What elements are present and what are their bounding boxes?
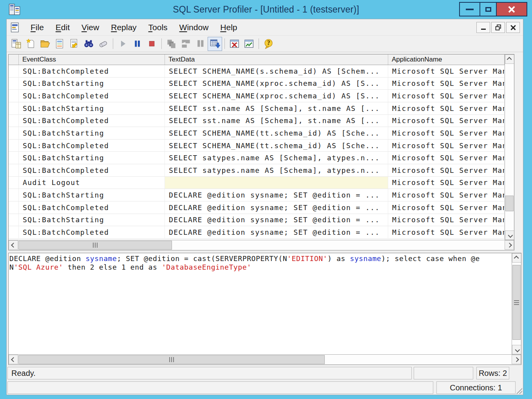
textdata-cell: SELECT SCHEMA_NAME(s.schema_id) AS [Sche… (165, 65, 388, 77)
menu-edit[interactable]: Edit (50, 21, 76, 34)
maximize-button[interactable] (480, 2, 497, 16)
table-row[interactable]: SQL:BatchCompleted SELECT SCHEMA_NAME(xp… (9, 90, 505, 102)
trace-properties-button[interactable] (67, 37, 81, 51)
minimize-button[interactable] (459, 2, 480, 16)
menu-tools[interactable]: Tools (143, 21, 174, 34)
clear-trace-button[interactable] (96, 37, 110, 51)
sql-segment: sysname (85, 254, 117, 263)
menu-window[interactable]: Window (174, 21, 215, 34)
grid-scroll-right-button[interactable] (505, 240, 514, 250)
grid-scroll-up-button[interactable] (505, 54, 514, 64)
mdi-minimize-button[interactable] (476, 22, 490, 33)
titlebar[interactable]: SQL Server Profiler - [Untitled - 1 (tes… (0, 0, 532, 19)
chevron-up-icon (507, 57, 512, 62)
grid-vscroll-thumb[interactable] (505, 196, 514, 211)
row-selector-cell (9, 140, 19, 152)
textdata-cell: DECLARE @edition sysname; SET @edition =… (165, 189, 388, 201)
column-header-eventclass[interactable]: EventClass (19, 54, 165, 65)
pause-trace-icon (132, 38, 143, 49)
status-panel-blank (414, 367, 473, 379)
close-button[interactable] (496, 2, 527, 16)
table-row[interactable]: Audit Logout Microsoft SQL Server Mana (9, 177, 505, 189)
table-row[interactable]: SQL:BatchStarting SELECT sst.name AS [Sc… (9, 102, 505, 115)
row-selector-cell (9, 65, 19, 77)
detail-hscroll-thumb[interactable] (18, 355, 325, 364)
mdi-close-icon (510, 25, 516, 30)
sql-segment: ; SET @edition = cast(SERVERPROPERTY(N (117, 254, 288, 263)
menu-view[interactable]: View (76, 21, 105, 34)
eventclass-cell: SQL:BatchStarting (19, 78, 165, 90)
stop-trace-button[interactable] (145, 37, 159, 51)
textdata-cell: SELECT sst.name AS [Schema], st.name AS … (165, 102, 388, 114)
grid-delete-button[interactable] (227, 37, 242, 51)
trace-table-icon (11, 38, 22, 49)
detail-vscroll-thumb[interactable] (512, 265, 521, 340)
chevron-right-icon (507, 243, 512, 248)
grid-header: EventClass TextData ApplicationName (9, 54, 505, 65)
open-trace-button[interactable] (38, 37, 52, 51)
auto-scroll-button[interactable] (208, 37, 222, 51)
new-trace-button[interactable] (24, 37, 38, 51)
cascade-windows-button (164, 37, 179, 51)
clear-trace-icon (98, 38, 109, 49)
table-row[interactable]: SQL:BatchCompleted DECLARE @edition sysn… (9, 201, 505, 214)
sql-segment: ) as (328, 254, 350, 263)
column-header-textdata[interactable]: TextData (165, 54, 388, 65)
eventclass-cell: SQL:BatchStarting (19, 189, 165, 201)
menu-replay[interactable]: Replay (105, 21, 142, 34)
grid-hscroll-thumb[interactable] (18, 241, 172, 250)
table-row[interactable]: SQL:BatchStarting SELECT satypes.name AS… (9, 152, 505, 164)
column-header-applicationname[interactable]: ApplicationName (388, 54, 505, 65)
detail-vscroll-track[interactable] (512, 263, 521, 345)
close-icon (508, 5, 516, 13)
table-row[interactable]: SQL:BatchCompleted SELECT sst.name AS [S… (9, 115, 505, 127)
detail-hscroll-track[interactable] (18, 355, 512, 365)
columns-icon (195, 38, 206, 49)
open-trace-table-button[interactable] (52, 37, 67, 51)
textdata-cell: SELECT SCHEMA_NAME(xproc.schema_id) AS [… (165, 90, 388, 102)
table-row[interactable]: SQL:BatchStarting SELECT SCHEMA_NAME(xpr… (9, 78, 505, 90)
detail-scroll-right-button[interactable] (512, 355, 521, 364)
header-row-selector[interactable] (9, 54, 19, 65)
group-view-icon (181, 38, 191, 49)
table-row[interactable]: SQL:BatchCompleted DECLARE @edition sysn… (9, 226, 505, 239)
table-row[interactable]: SQL:BatchStarting SELECT SCHEMA_NAME(tt.… (9, 127, 505, 140)
new-trace-icon (25, 38, 36, 49)
row-selector-cell (9, 201, 19, 214)
grid-chart-button[interactable] (242, 37, 256, 51)
sql-detail-pane: DECLARE @edition sysname; SET @edition =… (8, 253, 521, 365)
grid-scroll-left-button[interactable] (9, 240, 18, 250)
mdi-close-button[interactable] (506, 22, 520, 33)
sql-text[interactable]: DECLARE @edition sysname; SET @edition =… (9, 253, 512, 354)
detail-scroll-up-button[interactable] (512, 253, 521, 263)
menu-help[interactable]: Help (214, 21, 243, 34)
resize-grip[interactable] (516, 387, 522, 394)
detail-scroll-left-button[interactable] (9, 355, 18, 364)
applicationname-cell: Microsoft SQL Server Mana (388, 226, 505, 238)
table-row[interactable]: SQL:BatchCompleted SELECT SCHEMA_NAME(s.… (9, 65, 505, 78)
mdi-restore-button[interactable] (491, 22, 505, 33)
pause-trace-button[interactable] (130, 37, 145, 51)
help-button[interactable]: ? (261, 37, 276, 51)
trace-table-button[interactable] (9, 37, 24, 51)
thumb-grip-icon (514, 300, 519, 305)
textdata-cell (165, 177, 388, 189)
table-row[interactable]: SQL:BatchStarting DECLARE @edition sysna… (9, 189, 505, 201)
applicationname-cell: Microsoft SQL Server Mana (388, 214, 505, 226)
sql-segment: ); select case when @e (381, 254, 480, 263)
table-row[interactable]: SQL:BatchCompleted SELECT satypes.name A… (9, 164, 505, 177)
grid-scroll-down-button[interactable] (505, 230, 514, 240)
detail-scroll-down-button[interactable] (512, 345, 521, 354)
applicationname-cell: Microsoft SQL Server Mana (388, 65, 505, 77)
columns-button (193, 37, 208, 51)
grid-vertical-scrollbar (505, 54, 514, 240)
find-button[interactable] (81, 37, 96, 51)
row-selector-cell (9, 102, 19, 114)
menu-file[interactable]: File (25, 21, 50, 34)
table-row[interactable]: SQL:BatchStarting DECLARE @edition sysna… (9, 214, 505, 227)
minimize-icon (466, 9, 474, 10)
grid-hscroll-track[interactable] (18, 240, 505, 250)
trace-properties-icon (69, 38, 80, 49)
grid-vscroll-track[interactable] (505, 64, 514, 230)
table-row[interactable]: SQL:BatchCompleted SELECT SCHEMA_NAME(tt… (9, 140, 505, 152)
